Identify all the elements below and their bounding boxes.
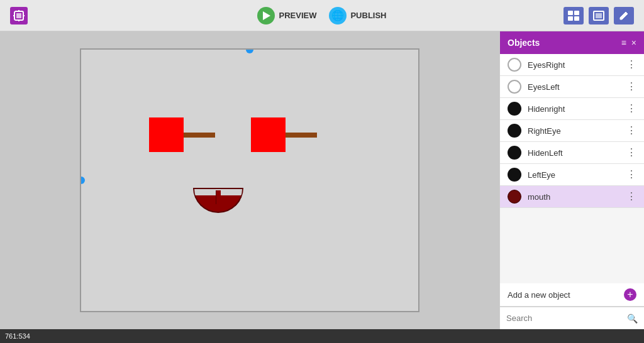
filter-icon[interactable]: ≡ — [621, 38, 626, 48]
status-bar: 761:534 — [0, 329, 644, 343]
objects-list: EyesRight ⋮ EyesLeft ⋮ Hidenright ⋮ Righ… — [500, 54, 644, 283]
toolbar-left — [10, 7, 28, 24]
toolbar-icon-3[interactable] — [614, 7, 634, 24]
obj-menu-eyes-right[interactable]: ⋮ — [626, 60, 636, 70]
obj-name-eyes-left: EyesLeft — [528, 82, 620, 92]
add-object-row[interactable]: Add a new object + — [500, 283, 644, 307]
obj-name-righteye: RightEye — [528, 126, 620, 136]
svg-rect-9 — [574, 16, 579, 21]
panel-header: Objects ≡ × — [500, 31, 644, 54]
objects-panel: Objects ≡ × EyesRight ⋮ EyesLeft ⋮ Hiden… — [499, 31, 644, 329]
toolbar-right — [564, 7, 634, 24]
svg-rect-8 — [568, 16, 573, 21]
obj-icon-lefteye — [508, 168, 521, 182]
obj-icon-righteye — [508, 124, 521, 138]
left-eye-group — [149, 117, 215, 152]
toolbar-icon-2[interactable] — [589, 7, 609, 24]
mouth-container[interactable] — [193, 188, 243, 213]
panel-search: 🔍 — [500, 307, 644, 329]
object-item-lefteye[interactable]: LeftEye ⋮ — [500, 164, 644, 186]
search-input[interactable] — [506, 313, 623, 323]
publish-button[interactable]: 🌐 PUBLISH — [329, 7, 386, 24]
toolbar-icon-1[interactable] — [564, 7, 584, 24]
obj-menu-righteye[interactable]: ⋮ — [626, 126, 636, 136]
obj-name-hidenright: Hidenright — [528, 104, 620, 114]
obj-menu-hidenleft[interactable]: ⋮ — [626, 148, 636, 158]
add-plus-icon[interactable]: + — [624, 288, 636, 301]
right-eye-group — [251, 117, 317, 152]
toolbar: PREVIEW 🌐 PUBLISH — [0, 0, 644, 31]
object-item-hidenright[interactable]: Hidenright ⋮ — [500, 98, 644, 120]
obj-icon-hidenright — [508, 102, 521, 116]
obj-menu-lefteye[interactable]: ⋮ — [626, 170, 636, 180]
object-item-righteye[interactable]: RightEye ⋮ — [500, 120, 644, 142]
left-eye-red[interactable] — [149, 117, 184, 152]
obj-menu-mouth[interactable]: ⋮ — [626, 192, 636, 202]
canvas-frame — [80, 48, 419, 312]
object-item-hidenleft[interactable]: HidenLeft ⋮ — [500, 142, 644, 164]
panel-title: Objects — [508, 38, 540, 48]
obj-name-eyes-right: EyesRight — [528, 60, 620, 70]
object-item-mouth[interactable]: mouth ⋮ — [500, 186, 644, 208]
canvas-area[interactable] — [0, 31, 499, 329]
obj-name-hidenleft: HidenLeft — [528, 148, 620, 158]
svg-rect-1 — [16, 13, 21, 18]
right-eye-stick — [286, 133, 317, 138]
mouth-tongue — [216, 190, 221, 204]
publish-label: PUBLISH — [350, 11, 386, 20]
face-container — [81, 50, 418, 311]
add-object-label: Add a new object — [508, 290, 619, 300]
close-icon[interactable]: × — [631, 38, 636, 48]
obj-icon-mouth — [508, 190, 521, 204]
main: Objects ≡ × EyesRight ⋮ EyesLeft ⋮ Hiden… — [0, 31, 644, 329]
obj-name-mouth: mouth — [528, 192, 620, 202]
obj-icon-hidenleft — [508, 146, 521, 160]
coordinates: 761:534 — [5, 332, 30, 340]
preview-button[interactable]: PREVIEW — [257, 7, 316, 24]
svg-rect-7 — [574, 11, 579, 15]
svg-rect-6 — [568, 11, 573, 15]
left-eye-stick — [184, 133, 215, 138]
panel-header-icons: ≡ × — [621, 38, 636, 48]
toolbar-center: PREVIEW 🌐 PUBLISH — [257, 7, 386, 24]
hardware-icon[interactable] — [10, 7, 28, 24]
object-item-eyes-right[interactable]: EyesRight ⋮ — [500, 54, 644, 76]
obj-menu-eyes-left[interactable]: ⋮ — [626, 82, 636, 92]
svg-rect-11 — [596, 13, 602, 18]
obj-name-lefteye: LeftEye — [528, 170, 620, 180]
preview-label: PREVIEW — [279, 11, 316, 20]
mouth-shape — [193, 188, 243, 213]
obj-icon-eyes-right — [508, 58, 521, 72]
right-eye-red[interactable] — [251, 117, 286, 152]
obj-menu-hidenright[interactable]: ⋮ — [626, 104, 636, 114]
obj-icon-eyes-left — [508, 80, 521, 94]
search-icon: 🔍 — [627, 313, 638, 324]
object-item-eyes-left[interactable]: EyesLeft ⋮ — [500, 76, 644, 98]
